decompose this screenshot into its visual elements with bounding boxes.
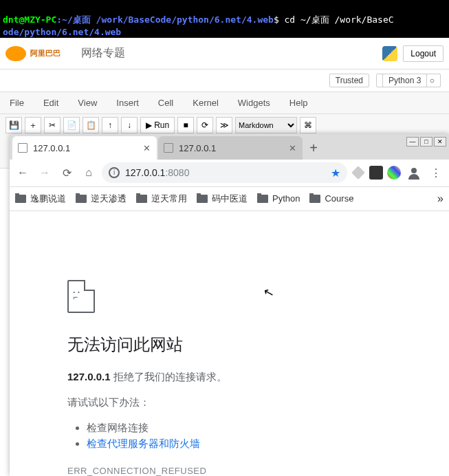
error-title: 无法访问此网站 (67, 334, 449, 356)
url-host: 127.0.0.1 (125, 167, 165, 178)
menu-button[interactable]: ⋮ (427, 164, 445, 182)
folder-icon (136, 195, 147, 203)
address-bar[interactable]: i 127.0.0.1:8080 ★ (102, 162, 347, 183)
add-cell-icon[interactable]: ＋ (25, 117, 41, 133)
terminal-cmd-1: $ (274, 14, 285, 25)
trusted-badge[interactable]: Trusted (329, 74, 369, 87)
doc-icon (164, 143, 173, 153)
bookmark-item[interactable]: 码中医道 (197, 193, 248, 205)
tab-title-2: 127.0.0.1 (179, 143, 216, 153)
error-host: 127.0.0.1 (67, 371, 111, 382)
menu-help[interactable]: Help (289, 98, 308, 108)
chrome-titlebar[interactable]: 127.0.0.1 ✕ 127.0.0.1 ✕ + — □ ✕ (10, 134, 449, 160)
sad-page-icon (67, 280, 95, 313)
error-try: 请试试以下办法： (67, 396, 449, 409)
command-icon[interactable]: ⌘ (300, 117, 316, 133)
chrome-window: 127.0.0.1 ✕ 127.0.0.1 ✕ + — □ ✕ ← → ⟳ ⌂ … (10, 134, 449, 476)
chrome-navbar: ← → ⟳ ⌂ i 127.0.0.1:8080 ★ ⋮ (10, 160, 449, 186)
bookmark-item[interactable]: 逸鹏说道 (15, 193, 66, 205)
down-icon[interactable]: ↓ (121, 117, 138, 133)
bookmark-item[interactable]: 逆天渗透 (76, 193, 127, 205)
svg-point-0 (411, 168, 417, 173)
fastforward-icon[interactable]: ≫ (216, 117, 232, 133)
menu-edit[interactable]: Edit (43, 98, 58, 108)
url-port: :8080 (165, 167, 189, 178)
terminal-user: dnt (3, 14, 19, 25)
suggestion-network: 检查网络连接 (87, 422, 449, 435)
folder-icon (197, 195, 208, 203)
jupyter-logo[interactable]: 阿里巴巴 (6, 43, 81, 64)
save-icon[interactable]: 💾 (6, 117, 22, 133)
new-tab-button[interactable]: + (304, 140, 323, 160)
extension-icon-1[interactable] (351, 166, 365, 180)
tab-active[interactable]: 127.0.0.1 ✕ (12, 136, 157, 160)
profile-avatar[interactable] (405, 164, 423, 182)
terminal-cmd-1-text: cd ~/桌面 /work/BaseC (285, 14, 394, 25)
celltype-select[interactable]: Markdown (235, 117, 297, 133)
terminal-path-1: :~/桌面 /work/BaseCode/python/6.net/4.web (56, 14, 274, 25)
jupyter-header: 阿里巴巴 网络专题 Logout (0, 38, 449, 69)
menu-file[interactable]: File (10, 98, 24, 108)
menu-cell[interactable]: Cell (158, 98, 173, 108)
folder-icon (309, 195, 320, 203)
minimize-button[interactable]: — (406, 137, 419, 147)
error-suggestions: 检查网络连接 检查代理服务器和防火墙 (67, 422, 449, 451)
extension-icon-3[interactable] (387, 166, 401, 180)
folder-icon (76, 195, 87, 203)
jupyter-logo-text: 阿里巴巴 (30, 48, 61, 58)
jupyter-menu: File Edit View Insert Cell Kernel Widget… (0, 92, 449, 113)
kernel-name[interactable]: Python 3 ○ (376, 74, 441, 87)
page-content: 无法访问此网站 127.0.0.1 拒绝了我们的连接请求。 请试试以下办法： 检… (10, 211, 449, 476)
error-message: 127.0.0.1 拒绝了我们的连接请求。 (67, 371, 449, 384)
folder-icon (257, 195, 268, 203)
python-icon (382, 46, 397, 61)
close-icon[interactable]: ✕ (142, 143, 151, 153)
maximize-button[interactable]: □ (420, 137, 432, 147)
menu-kernel[interactable]: Kernel (193, 98, 219, 108)
stop-icon[interactable]: ■ (177, 117, 194, 133)
suggestion-proxy-link[interactable]: 检查代理服务器和防火墙 (87, 437, 200, 449)
paste-icon[interactable]: 📋 (83, 117, 99, 133)
restart-icon[interactable]: ⟳ (197, 117, 213, 133)
home-button[interactable]: ⌂ (80, 164, 98, 182)
bookmark-star-icon[interactable]: ★ (331, 166, 340, 180)
menu-widgets[interactable]: Widgets (238, 98, 270, 108)
window-controls: — □ ✕ (406, 137, 446, 147)
terminal-host: @MZY-PC (19, 14, 56, 25)
jupyter-toolbar: 💾 ＋ ✂ 📄 📋 ↑ ↓ ▶ Run ■ ⟳ ≫ Markdown ⌘ (0, 113, 449, 136)
info-icon[interactable]: i (109, 167, 120, 178)
kernel-bar: Trusted Python 3 ○ (0, 69, 449, 92)
logout-button[interactable]: Logout (403, 45, 443, 62)
bookmark-bar: 逸鹏说道 逆天渗透 逆天常用 码中医道 Python Course » (10, 187, 449, 211)
copy-icon[interactable]: 📄 (63, 117, 80, 133)
up-icon[interactable]: ↑ (102, 117, 118, 133)
bookmark-item[interactable]: 逆天常用 (136, 193, 187, 205)
extension-icon-2[interactable] (369, 166, 383, 180)
error-code: ERR_CONNECTION_REFUSED (67, 466, 449, 476)
back-button[interactable]: ← (14, 164, 32, 182)
terminal-wrap: ode/python/6.net/4.web (3, 27, 121, 37)
tab-inactive[interactable]: 127.0.0.1 ✕ (158, 136, 303, 160)
cut-icon[interactable]: ✂ (44, 117, 61, 133)
bookmark-item[interactable]: Course (309, 193, 353, 204)
notebook-title[interactable]: 网络专题 (81, 46, 125, 61)
doc-icon (18, 143, 28, 153)
close-icon[interactable]: ✕ (287, 143, 297, 153)
bookmark-item[interactable]: Python (257, 193, 300, 204)
bookmark-overflow[interactable]: » (437, 193, 443, 205)
close-window-button[interactable]: ✕ (434, 137, 446, 147)
reload-button[interactable]: ⟳ (58, 164, 76, 182)
menu-view[interactable]: View (78, 98, 97, 108)
tab-title: 127.0.0.1 (33, 143, 70, 153)
menu-insert[interactable]: Insert (116, 98, 139, 108)
forward-button[interactable]: → (36, 164, 54, 182)
folder-icon (15, 195, 26, 203)
run-button[interactable]: ▶ Run (140, 117, 175, 133)
